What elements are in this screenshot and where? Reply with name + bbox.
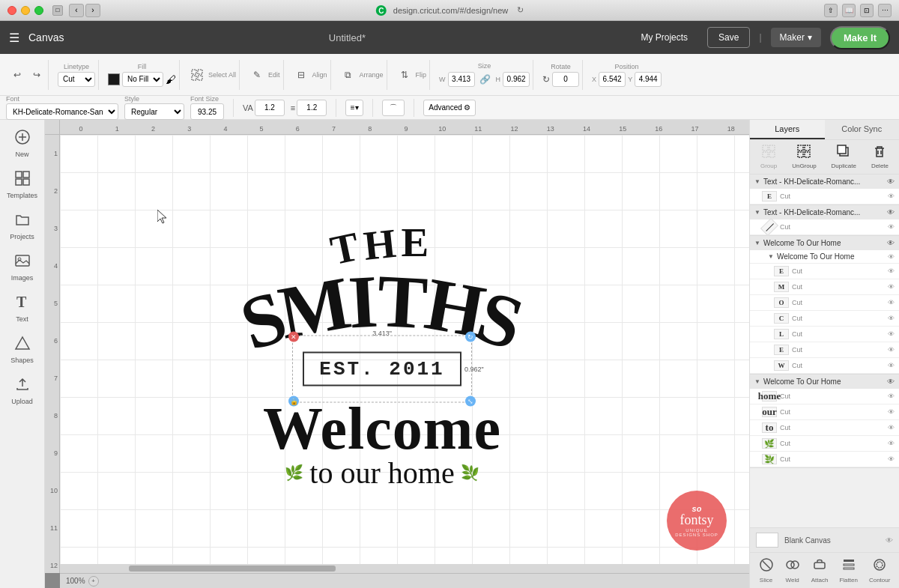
sidebar-item-shapes[interactable]: Shapes <box>0 329 44 370</box>
canvas-area[interactable]: 0 1 2 3 4 5 6 7 8 9 10 11 12 13 14 15 16… <box>45 120 749 588</box>
to-our-home-text[interactable]: 🌿 to our home 🌿 <box>157 455 607 490</box>
layer-item-to[interactable]: to Cut 👁 <box>750 420 899 436</box>
layer-group-3-header[interactable]: ▼ Welcome To Our Home 👁 <box>750 236 899 250</box>
layer-item-leaf2[interactable]: 🌿 Cut 👁 <box>750 452 899 467</box>
curve-button[interactable]: ⌒ <box>382 100 405 116</box>
sidebar-item-images[interactable]: Images <box>0 246 44 288</box>
zoom-controls[interactable]: 100% + <box>66 576 99 587</box>
visibility-toggle-1[interactable]: 👁 <box>887 178 895 186</box>
fill-color-swatch[interactable] <box>108 73 120 85</box>
minimize-button[interactable] <box>21 6 30 15</box>
attach-action[interactable]: Attach <box>811 557 829 584</box>
forward-button[interactable]: › <box>85 4 100 17</box>
tab-layers[interactable]: Layers <box>750 120 825 139</box>
bookmark-button[interactable]: 📖 <box>842 4 856 17</box>
layer-eye-e1[interactable]: 👁 <box>888 193 895 200</box>
design-area[interactable]: T H E S M I T H S 3.413" <box>157 218 607 490</box>
height-input[interactable] <box>503 72 530 87</box>
grid-canvas[interactable]: T H E S M I T H S 3.413" <box>60 135 749 573</box>
tab-color-sync[interactable]: Color Sync <box>825 120 900 139</box>
letter-space-input[interactable] <box>255 100 285 116</box>
edit-button[interactable]: ✎ <box>249 67 265 83</box>
advanced-button[interactable]: Advanced ⚙ <box>423 100 475 116</box>
contour-action[interactable]: Contour <box>869 557 890 584</box>
fill-select[interactable]: No Fill <box>122 72 163 87</box>
visibility-toggle-3[interactable]: 👁 <box>887 239 895 247</box>
close-button[interactable] <box>7 6 16 15</box>
duplicate-action[interactable]: Duplicate <box>832 145 856 169</box>
alignment-button[interactable]: ≡▾ <box>345 100 363 116</box>
layer-eye-L[interactable]: 👁 <box>888 330 895 338</box>
layer-eye-C[interactable]: 👁 <box>888 315 895 322</box>
layer-item-C[interactable]: C Cut 👁 <box>750 311 899 327</box>
layer-item-E2[interactable]: E Cut 👁 <box>750 342 899 358</box>
layer-item-line[interactable]: — Cut 👁 <box>750 219 899 235</box>
est-text[interactable]: EST. 2011 <box>303 351 461 386</box>
undo-button[interactable]: ↩ <box>9 67 25 83</box>
sidebar-item-templates[interactable]: Templates <box>0 164 44 205</box>
maximize-button[interactable] <box>34 6 43 15</box>
arrange-button[interactable]: ⧉ <box>340 67 357 83</box>
visibility-toggle-4[interactable]: 👁 <box>887 378 895 386</box>
to-our-home-word[interactable]: to our home <box>309 455 454 490</box>
ungroup-action[interactable]: UnGroup <box>792 145 816 169</box>
blank-canvas-swatch[interactable] <box>756 533 778 548</box>
layer-subgroup-header[interactable]: ▼ Welcome To Our Home 👁 <box>750 250 899 264</box>
layer-item-O[interactable]: O Cut 👁 <box>750 295 899 311</box>
layer-eye-to[interactable]: 👁 <box>888 424 895 431</box>
my-projects-button[interactable]: My Projects <box>630 28 698 47</box>
layer-eye-M[interactable]: 👁 <box>888 283 895 291</box>
layer-eye-leaf1[interactable]: 👁 <box>888 440 895 447</box>
save-button[interactable]: Save <box>707 27 750 48</box>
paint-icon[interactable]: 🖌 <box>166 73 176 85</box>
layer-eye-line[interactable]: 👁 <box>888 223 895 231</box>
linetype-select[interactable]: Cut <box>58 72 95 87</box>
text-the[interactable]: T H E <box>157 218 607 265</box>
make-it-button[interactable]: Make It <box>830 26 890 49</box>
delete-action[interactable]: Delete <box>871 145 889 169</box>
layer-item-E[interactable]: E Cut 👁 <box>750 264 899 279</box>
width-input[interactable] <box>448 72 475 87</box>
back-button[interactable]: ‹ <box>69 4 84 17</box>
select-all-button[interactable] <box>189 67 205 83</box>
sidebar-toggle[interactable]: □ <box>52 5 63 16</box>
x-input[interactable] <box>599 72 626 87</box>
slice-action[interactable]: Slice <box>759 557 774 584</box>
layer-eye-our[interactable]: 👁 <box>888 408 895 416</box>
layer-item-home[interactable]: home Cut 👁 <box>750 389 899 404</box>
style-select[interactable]: Regular <box>124 103 184 120</box>
sidebar-item-text[interactable]: T Text <box>0 288 44 329</box>
layer-item-W[interactable]: W Cut 👁 <box>750 358 899 374</box>
layer-item-e1[interactable]: E Cut 👁 <box>750 189 899 204</box>
menu-button[interactable]: ☰ <box>9 31 19 45</box>
window-button[interactable]: ⊡ <box>860 4 874 17</box>
fontsize-input[interactable] <box>190 103 224 120</box>
scrollbar-thumb[interactable] <box>129 566 336 572</box>
lock-proportions-button[interactable]: 🔗 <box>477 71 494 88</box>
blank-canvas-eye[interactable]: 👁 <box>886 536 893 545</box>
welcome-text[interactable]: Welcome <box>157 398 607 458</box>
est-container[interactable]: 3.413" 0.962" ✕ ↻ 🔒 ⤡ <box>157 345 607 392</box>
more-button[interactable]: ⋯ <box>878 4 892 17</box>
welcome-word[interactable]: Welcome <box>157 398 607 458</box>
layer-eye-E2[interactable]: 👁 <box>888 346 895 354</box>
sidebar-item-new[interactable]: New <box>0 123 44 164</box>
font-select[interactable]: KH-Delicate-Romance-Sans <box>6 103 118 120</box>
reload-button[interactable]: ↻ <box>517 5 524 15</box>
redo-button[interactable]: ↪ <box>28 67 45 83</box>
layer-eye-W[interactable]: 👁 <box>888 362 895 369</box>
layer-group-1-header[interactable]: ▼ Text - KH-Delicate-Romanc... 👁 <box>750 175 899 189</box>
layer-group-2-header[interactable]: ▼ Text - KH-Delicate-Romanc... 👁 <box>750 205 899 219</box>
line-space-input[interactable] <box>297 100 327 116</box>
address-bar[interactable]: C design.cricut.com/#/design/new ↻ <box>375 4 524 16</box>
sidebar-item-projects[interactable]: Projects <box>0 205 44 246</box>
layer-eye-O[interactable]: 👁 <box>888 299 895 306</box>
layer-eye-home[interactable]: 👁 <box>888 392 895 400</box>
layer-item-our[interactable]: our Cut 👁 <box>750 404 899 420</box>
layer-item-L[interactable]: L Cut 👁 <box>750 327 899 342</box>
maker-selector[interactable]: Maker ▾ <box>771 28 821 47</box>
flatten-action[interactable]: Flatten <box>839 557 857 584</box>
share-button[interactable]: ⇧ <box>824 4 838 17</box>
zoom-button[interactable]: + <box>88 576 99 587</box>
layer-group-4-header[interactable]: ▼ Welcome To Our Home 👁 <box>750 375 899 389</box>
